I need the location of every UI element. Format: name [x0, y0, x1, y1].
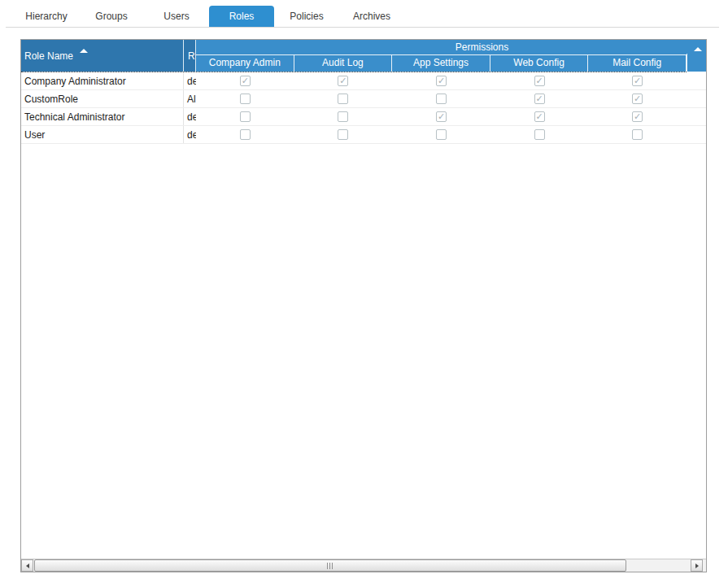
tab-policies[interactable]: Policies [274, 6, 339, 27]
perm-cell-audit-log: ✓ [294, 76, 393, 86]
tab-roles[interactable]: Roles [209, 6, 274, 27]
permission-checkbox[interactable]: ✓ [338, 76, 348, 86]
permission-checkbox[interactable] [240, 111, 251, 122]
perm-cell-web-config: ✓ [490, 76, 589, 86]
role-description-cell: de [184, 76, 196, 87]
tab-archives[interactable]: Archives [339, 6, 404, 27]
permission-checkbox[interactable] [534, 129, 545, 140]
permissions-group-label-row: Permissions [196, 40, 687, 55]
role-name-cell: Company Administrator [21, 72, 184, 89]
tab-groups[interactable]: Groups [79, 6, 144, 27]
scroll-left-button[interactable] [21, 559, 33, 572]
column-header-company-admin[interactable]: Company Admin [196, 55, 294, 72]
perm-cell-app-settings: ✓ [392, 76, 490, 86]
scroll-right-icon [695, 563, 699, 568]
role-description-header-label: R [188, 50, 195, 62]
scrollbar-grip-icon [327, 563, 333, 569]
perm-cell-company-admin [196, 129, 294, 140]
header-up-arrow-icon[interactable] [694, 47, 702, 51]
perm-cell-app-settings: ✓ [392, 111, 490, 122]
permission-checkbox[interactable]: ✓ [534, 111, 545, 122]
table-row[interactable]: Technical Administrator de ✓ ✓ ✓ [21, 108, 706, 126]
permissions-subheader-row: Company Admin Audit Log App Settings Web… [196, 55, 687, 72]
permission-checkbox[interactable] [240, 129, 251, 140]
sort-ascending-icon [80, 49, 88, 53]
permission-checkbox[interactable] [436, 94, 447, 104]
permission-checkbox[interactable]: ✓ [534, 94, 545, 104]
tab-users[interactable]: Users [144, 6, 209, 27]
role-description-cell: Al [184, 94, 196, 105]
perm-cell-audit-log [294, 111, 393, 122]
table-row[interactable]: User de [21, 126, 706, 144]
perm-cell-company-admin: ✓ [196, 76, 294, 86]
role-description-cell: de [184, 111, 196, 123]
role-name-cell: CustomRole [21, 90, 184, 107]
table-row[interactable]: Company Administrator de ✓ ✓ ✓ ✓ ✓ [21, 72, 706, 90]
perm-cell-web-config: ✓ [490, 111, 589, 122]
column-header-app-settings[interactable]: App Settings [392, 55, 490, 72]
perm-cell-web-config [490, 129, 589, 140]
column-header-audit-log[interactable]: Audit Log [294, 55, 393, 72]
perm-cell-app-settings [392, 129, 490, 140]
perm-cell-mail-config: ✓ [588, 111, 687, 122]
permission-checkbox[interactable] [436, 129, 447, 140]
permission-checkbox[interactable]: ✓ [632, 76, 643, 86]
perm-cell-web-config: ✓ [490, 94, 589, 104]
permission-checkbox[interactable] [240, 94, 251, 104]
tab-hierarchy[interactable]: Hierarchy [14, 6, 79, 27]
horizontal-scrollbar[interactable] [21, 559, 706, 572]
column-header-mail-config[interactable]: Mail Config [588, 55, 687, 72]
table-row[interactable]: CustomRole Al ✓ ✓ [21, 90, 706, 108]
role-name-cell: User [21, 126, 184, 143]
role-description-cell: de [184, 129, 196, 141]
perm-cell-app-settings [392, 94, 490, 104]
permission-checkbox[interactable]: ✓ [240, 76, 251, 86]
permission-checkbox[interactable] [338, 94, 348, 104]
column-header-role-description[interactable]: R [184, 40, 196, 72]
roles-admin-page: Hierarchy Groups Users Roles Policies Ar… [0, 0, 728, 583]
permission-checkbox[interactable]: ✓ [436, 76, 447, 86]
permission-checkbox[interactable]: ✓ [534, 76, 545, 86]
scroll-right-button[interactable] [691, 559, 703, 572]
permission-checkbox[interactable]: ✓ [436, 111, 447, 122]
permission-checkbox[interactable] [632, 129, 643, 140]
perm-cell-mail-config: ✓ [588, 76, 687, 86]
permission-checkbox[interactable]: ✓ [632, 94, 643, 104]
perm-cell-mail-config: ✓ [588, 94, 687, 104]
perm-cell-mail-config [588, 129, 687, 140]
table-header: Role Name R Permissions Company Admin Au… [21, 40, 706, 72]
column-header-web-config[interactable]: Web Config [490, 55, 589, 72]
perm-cell-company-admin [196, 94, 294, 104]
scrollbar-thumb[interactable] [34, 559, 626, 572]
permissions-group-header: Permissions Company Admin Audit Log App … [196, 40, 687, 72]
role-name-header-label: Role Name [24, 50, 73, 62]
column-header-role-name[interactable]: Role Name [21, 40, 184, 72]
permission-checkbox[interactable] [338, 111, 348, 122]
perm-cell-audit-log [294, 94, 393, 104]
permission-checkbox[interactable]: ✓ [632, 111, 643, 122]
permissions-group-label: Permissions [456, 40, 508, 54]
roles-table-panel: Role Name R Permissions Company Admin Au… [20, 39, 707, 572]
perm-cell-company-admin [196, 111, 294, 122]
permission-checkbox[interactable] [338, 129, 348, 140]
role-name-cell: Technical Administrator [21, 108, 184, 125]
header-filler-cell [687, 40, 706, 72]
tabbar-divider [6, 27, 719, 28]
main-tabbar: Hierarchy Groups Users Roles Policies Ar… [14, 6, 404, 27]
scroll-left-icon [26, 563, 29, 568]
perm-cell-audit-log [294, 129, 393, 140]
